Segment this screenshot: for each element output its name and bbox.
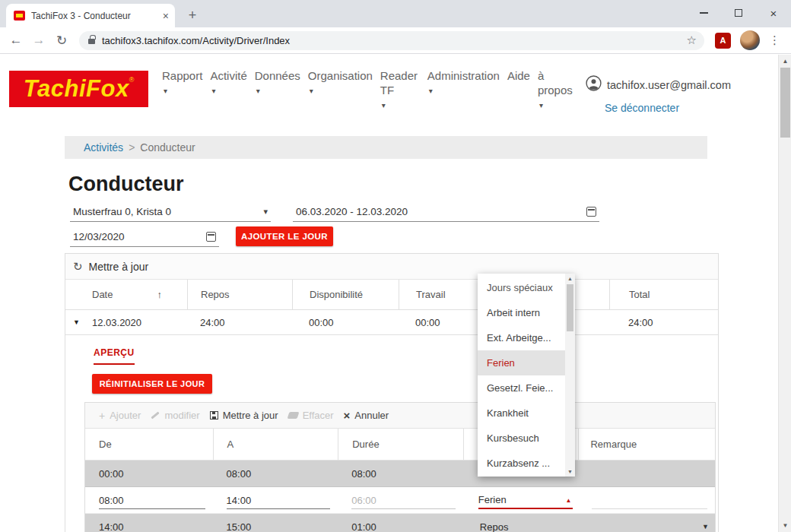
entry-row-selected[interactable]: 14:00 15:00 01:00 Repos ▼	[85, 514, 715, 532]
new-tab-button[interactable]: +	[183, 5, 202, 25]
chevron-down-icon: ▾	[164, 88, 202, 94]
breadcrumb-current: Conducteur	[140, 141, 195, 154]
column-header-repos[interactable]: Repos	[187, 280, 292, 309]
driver-select[interactable]: Musterfrau 0, Krista 0 ▾	[70, 202, 271, 222]
table-header-row: Date ↑ Repos Disponibilité Travail Total	[65, 280, 718, 310]
collapse-row-icon[interactable]: ▼	[73, 318, 80, 326]
profile-avatar[interactable]	[740, 30, 760, 50]
cancel-button[interactable]: × Annuler	[344, 409, 389, 422]
nav-item-organisation[interactable]: Organisation ▾	[308, 68, 373, 94]
tab-close-icon[interactable]: ×	[163, 10, 169, 22]
a-input[interactable]: 14:00	[227, 493, 331, 509]
eraser-icon	[287, 412, 299, 419]
nav-item-a-propos[interactable]: à propos ▾	[538, 68, 577, 109]
scroll-up-icon[interactable]: ▲	[565, 276, 575, 281]
tachifox-logo[interactable]: TachiFox ®	[9, 71, 148, 107]
dropdown-option[interactable]: Arbeit intern	[478, 300, 565, 325]
breadcrumb-link-activites[interactable]: Activités	[84, 141, 123, 154]
cell-de: 00:00	[99, 468, 124, 480]
de-input[interactable]: 08:00	[99, 493, 205, 509]
user-email: tachifox.user@gmail.com	[607, 79, 731, 91]
entry-row-editing[interactable]: 08:00 14:00 06:00 Ferien ▲	[85, 487, 715, 514]
save-icon	[210, 411, 218, 420]
chevron-down-icon[interactable]: ▼	[702, 523, 709, 530]
column-label: De	[99, 439, 112, 450]
column-header-de[interactable]: De	[85, 429, 213, 460]
bookmark-star-icon[interactable]: ☆	[687, 33, 697, 47]
driver-select-value: Musterfrau 0, Krista 0	[73, 206, 171, 217]
remarque-input[interactable]	[592, 493, 707, 509]
dropdown-option[interactable]: Krankheit	[478, 401, 565, 426]
chevron-down-icon: ▾	[310, 88, 373, 94]
column-header-duree[interactable]: Durée	[338, 429, 463, 460]
minimize-icon	[700, 12, 708, 14]
cell-type: Repos	[480, 521, 509, 532]
add-entry-button[interactable]: + Ajouter	[99, 410, 141, 422]
scrollbar-thumb[interactable]	[780, 68, 790, 138]
nav-item-aide[interactable]: Aide	[507, 68, 530, 83]
nav-label: Activité	[210, 68, 246, 83]
minimize-button[interactable]	[686, 0, 721, 26]
add-day-button[interactable]: AJOUTER LE JOUR	[236, 226, 333, 246]
dropdown-option[interactable]: Kursbesuch	[478, 426, 565, 451]
chevron-down-icon: ▾	[263, 207, 268, 217]
toolbar-label: modifier	[164, 410, 199, 421]
reload-button[interactable]: ↻	[50, 33, 73, 49]
scroll-down-icon[interactable]: ▼	[565, 469, 575, 474]
forward-button[interactable]: →	[27, 33, 50, 48]
nav-item-administration[interactable]: Administration ▾	[427, 68, 500, 94]
main-navigation: Rapport ▾ Activité ▾ Données ▾ Organisat…	[162, 68, 577, 109]
column-header-disponibilite[interactable]: Disponibilité	[292, 280, 399, 309]
dropdown-option[interactable]: Gesetzl. Feie...	[478, 375, 565, 401]
calendar-icon[interactable]	[206, 232, 216, 242]
browser-tab-active[interactable]: TachiFox 3 - Conducteur ×	[6, 4, 175, 27]
pdf-extension-icon[interactable]: A	[715, 33, 731, 49]
toolbar-label: Mettre à jour	[223, 410, 278, 421]
breadcrumb: Activités > Conducteur	[65, 136, 707, 159]
refresh-bar[interactable]: ↻ Mettre à jour	[65, 254, 718, 280]
calendar-icon[interactable]	[586, 207, 596, 217]
column-header-total[interactable]: Total	[609, 280, 718, 309]
dropdown-scrollbar[interactable]: ▲ ▼	[565, 274, 575, 477]
type-select[interactable]: Ferien ▲	[478, 493, 573, 509]
address-bar[interactable]: tachifox3.tachifox.com/Activity/Driver/I…	[79, 31, 704, 50]
browser-menu-icon[interactable]: ⋮	[769, 33, 780, 47]
scroll-up-icon[interactable]: ▲	[779, 58, 791, 65]
back-button[interactable]: ←	[5, 33, 27, 48]
dropdown-option-selected[interactable]: Ferien	[478, 350, 565, 375]
edit-entry-button[interactable]: modifier	[151, 410, 199, 421]
refresh-icon[interactable]: ↻	[73, 260, 83, 274]
chevron-down-icon: ▾	[429, 88, 500, 94]
scroll-down-icon[interactable]: ▼	[779, 522, 791, 529]
page-content: TachiFox ® Rapport ▾ Activité ▾ Données …	[0, 55, 778, 532]
table-row[interactable]: ▼ 12.03.2020 24:00 00:00 00:00 24:00	[65, 310, 718, 335]
dropdown-option[interactable]: Ext. Arbeitge...	[478, 325, 565, 350]
scrollbar-thumb[interactable]	[567, 284, 573, 331]
logout-link[interactable]: Se déconnecter	[605, 102, 679, 114]
maximize-button[interactable]	[721, 0, 756, 26]
date-input[interactable]: 12/03/2020	[70, 227, 219, 247]
cell-de: 14:00	[99, 521, 124, 532]
driver-day-card: ↻ Mettre à jour Date ↑ Repos Disponibili…	[65, 253, 719, 532]
chevron-down-icon: ▾	[382, 103, 420, 109]
update-entries-button[interactable]: Mettre à jour	[210, 410, 278, 421]
toolbar-label: Annuler	[354, 410, 389, 421]
page-scrollbar[interactable]: ▲ ▼	[778, 55, 791, 532]
close-window-button[interactable]: ×	[756, 0, 791, 26]
entry-row-selected[interactable]: 00:00 08:00 08:00	[85, 461, 715, 487]
daterange-input[interactable]: 06.03.2020 - 12.03.2020	[293, 202, 599, 222]
column-header-remarque[interactable]: Remarque	[578, 429, 715, 460]
column-header-date[interactable]: Date ↑	[65, 280, 187, 309]
nav-item-activite[interactable]: Activité ▾	[210, 68, 246, 94]
delete-entry-button[interactable]: Effacer	[288, 410, 334, 421]
nav-item-donnees[interactable]: Données ▾	[255, 68, 300, 94]
day-detail-panel: APERÇU RÉINITIALISER LE JOUR + Ajouter m…	[65, 335, 718, 532]
cancel-icon: ×	[344, 409, 351, 422]
tab-apercu[interactable]: APERÇU	[94, 347, 135, 365]
url-text[interactable]: tachifox3.tachifox.com/Activity/Driver/I…	[102, 35, 290, 46]
nav-item-rapport[interactable]: Rapport ▾	[162, 68, 202, 94]
column-header-a[interactable]: A	[213, 429, 338, 460]
nav-item-reader-tf[interactable]: Reader TF ▾	[380, 68, 420, 109]
dropdown-option[interactable]: Kurzabsenz ...	[478, 451, 565, 476]
reset-day-button[interactable]: RÉINITIALISER LE JOUR	[92, 374, 212, 394]
